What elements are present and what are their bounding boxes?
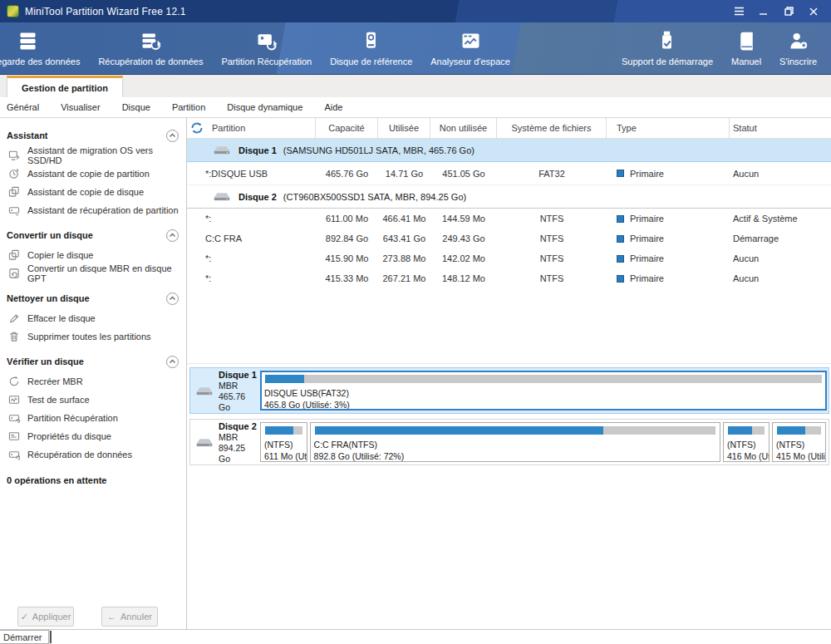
partition-block-usb[interactable]: DISQUE USB(FAT32) 465.8 Go (Utilisé: 3%) <box>260 371 827 410</box>
toolbar-label: Partition Récupération <box>221 57 312 66</box>
toolbar-label: Récupération de données <box>98 57 203 66</box>
sidebar-item-wipe-disk[interactable]: Effacer le disque <box>0 309 186 327</box>
diskmap-disk1[interactable]: Disque 1 MBR 465.76 Go DISQUE USB(FAT32)… <box>189 367 829 414</box>
sidebar-item-data-recovery[interactable]: Récupération de données <box>0 445 186 464</box>
toolbar-reference-disk[interactable]: Disque de référence <box>321 24 421 72</box>
table-header: Partition Capacité Utilisée Non utilisée… <box>187 118 831 139</box>
cell-used: 14.71 Go <box>378 169 430 179</box>
cell-type: Primaire <box>630 214 664 224</box>
chevron-up-icon[interactable] <box>166 356 179 368</box>
cell-partition: C:C FRA <box>187 234 316 243</box>
table-row-partition[interactable]: *: 415.90 Mo 273.88 Mo 142.02 Mo NTFS Pr… <box>187 248 831 268</box>
minimize-icon[interactable] <box>751 2 776 21</box>
os-migration-icon <box>8 150 20 161</box>
section-title: Convertir un disque <box>7 230 93 240</box>
toolbar-boot-media[interactable]: Support de démarrage <box>612 24 722 72</box>
apply-button[interactable]: ✓ Appliquer <box>17 607 74 627</box>
copy-disk-icon <box>8 249 20 261</box>
column-systeme-fichiers[interactable]: Système de fichiers <box>497 118 607 138</box>
backup-icon <box>16 29 40 53</box>
primary-type-icon <box>617 215 624 223</box>
column-partition[interactable]: Partition <box>212 123 245 133</box>
disk-name: Disque 2 <box>219 420 258 432</box>
table-row-disk2[interactable]: Disque 2 (CT960BX500SSD1 SATA, MBR, 894.… <box>187 185 831 209</box>
partition-detail: 611 Mo (Utili: <box>264 450 303 462</box>
sidebar-item-surface-test[interactable]: Test de surface <box>0 391 186 409</box>
taskbar-strip: Démarrer <box>0 629 831 644</box>
menu-disque-dynamique[interactable]: Disque dynamique <box>216 102 313 112</box>
menu-general[interactable]: Général <box>0 102 50 112</box>
apply-label: Appliquer <box>32 612 71 622</box>
sidebar-item-copy-partition-wizard[interactable]: Assistant de copie de partition <box>0 165 186 183</box>
sidebar-item-label: Récupération de données <box>27 450 132 460</box>
partition-block[interactable]: (NTFS) 416 Mo (Utili: <box>723 422 770 462</box>
chevron-up-icon[interactable] <box>166 229 179 242</box>
tab-gestion-de-partition[interactable]: Gestion de partition <box>7 76 123 97</box>
copy-disk-icon <box>8 186 20 198</box>
cell-unused: 249.43 Go <box>430 234 497 243</box>
partition-block-c-drive[interactable]: C:C FRA(NTFS) 892.8 Go (Utilisé: 72%) <box>310 422 720 462</box>
usage-bar <box>265 426 302 435</box>
toolbar-data-recovery[interactable]: Récupération de données <box>89 24 212 72</box>
start-button-tooltip[interactable]: Démarrer <box>0 630 49 644</box>
column-statut[interactable]: Statut <box>730 118 831 138</box>
column-capacite[interactable]: Capacité <box>316 118 378 138</box>
sidebar-item-rebuild-mbr[interactable]: Recréer MBR <box>0 372 186 391</box>
toolbar-space-analyzer[interactable]: Analyseur d'espace <box>421 24 519 72</box>
menu-visualiser[interactable]: Visualiser <box>50 102 111 112</box>
boot-media-icon <box>655 29 679 53</box>
refresh-icon[interactable] <box>190 121 204 135</box>
column-non-utilisee[interactable]: Non utilisée <box>430 118 497 138</box>
column-utilisee[interactable]: Utilisée <box>378 118 430 138</box>
menu-aide[interactable]: Aide <box>313 102 353 112</box>
section-verifier[interactable]: Vérifier un disque <box>0 351 186 372</box>
undo-button[interactable]: ← Annuler <box>101 607 158 627</box>
sidebar-item-recover-partition-wizard[interactable]: Assistant de récupération de partition <box>0 201 186 219</box>
chevron-up-icon[interactable] <box>166 293 179 305</box>
rebuild-mbr-icon <box>8 376 20 387</box>
disk-name: Disque 1 <box>238 145 277 155</box>
usage-bar <box>265 375 822 383</box>
column-type[interactable]: Type <box>607 118 730 138</box>
table-row-disk1[interactable]: Disque 1 (SAMSUNG HD501LJ SATA, MBR, 465… <box>187 139 831 162</box>
sidebar-item-copy-disk[interactable]: Copier le disque <box>0 246 186 264</box>
sidebar-item-label: Recréer MBR <box>27 376 83 386</box>
section-nettoyer[interactable]: Nettoyer un disque <box>0 288 186 309</box>
table-row-partition[interactable]: C:C FRA 892.84 Go 643.41 Go 249.43 Go NT… <box>187 229 831 248</box>
usage-fill <box>265 375 304 383</box>
primary-type-icon <box>617 170 624 177</box>
toolbar-register[interactable]: S'inscrire <box>770 24 826 72</box>
toolbar-partition-recovery[interactable]: Partition Récupération <box>212 24 321 72</box>
cell-capacity: 611.00 Mo <box>316 214 378 224</box>
restore-icon[interactable] <box>776 2 801 21</box>
table-row-partition[interactable]: *: 415.33 Mo 267.21 Mo 148.12 Mo NTFS Pr… <box>187 268 831 288</box>
toolbar-backup[interactable]: Sauvegarde des données <box>0 24 89 72</box>
table-row-partition[interactable]: *: 611.00 Mo 466.41 Mo 144.59 Mo NTFS Pr… <box>187 209 831 229</box>
cell-partition: *: <box>187 253 316 263</box>
sidebar-item-convert-mbr-gpt[interactable]: Convertir un disque MBR en disque GPT <box>0 264 186 283</box>
sidebar-item-disk-properties[interactable]: Propriétés du disque <box>0 427 186 445</box>
section-title: Vérifier un disque <box>7 356 84 366</box>
sidebar-item-copy-disk-wizard[interactable]: Assistant de copie de disque <box>0 183 186 201</box>
disk-size: 465.76 Go <box>219 391 258 413</box>
partition-block[interactable]: (NTFS) 611 Mo (Utili: <box>260 422 307 462</box>
partition-block[interactable]: (NTFS) 415 Mo (Utili: <box>772 422 826 462</box>
tab-label: Gestion de partition <box>22 83 108 93</box>
sidebar-item-os-migration[interactable]: Assistant de migration OS vers SSD/HD <box>0 146 186 165</box>
menu-disque[interactable]: Disque <box>111 102 161 112</box>
sidebar-item-partition-recovery[interactable]: Partition Récupération <box>0 409 186 427</box>
diskmap-disk2[interactable]: Disque 2 MBR 894.25 Go (NTFS) 611 Mo (Ut… <box>189 419 829 465</box>
cell-filesystem: NTFS <box>497 234 607 243</box>
primary-type-icon <box>617 235 624 243</box>
section-convertir[interactable]: Convertir un disque <box>0 224 186 246</box>
hamburger-menu-icon[interactable] <box>726 2 751 21</box>
table-row-usb-partition[interactable]: *:DISQUE USB 465.76 Go 14.71 Go 451.05 G… <box>187 162 831 185</box>
menu-partition[interactable]: Partition <box>161 102 216 112</box>
partition-recovery-icon <box>254 29 278 53</box>
section-assistant[interactable]: Assistant <box>0 125 186 146</box>
chevron-up-icon[interactable] <box>166 130 179 142</box>
toolbar-manual[interactable]: Manuel <box>722 24 770 72</box>
sidebar-item-delete-all-partitions[interactable]: Supprimer toutes les partitions <box>0 327 186 346</box>
partition-detail: 892.8 Go (Utilisé: 72%) <box>314 450 716 462</box>
close-icon[interactable] <box>801 2 826 21</box>
